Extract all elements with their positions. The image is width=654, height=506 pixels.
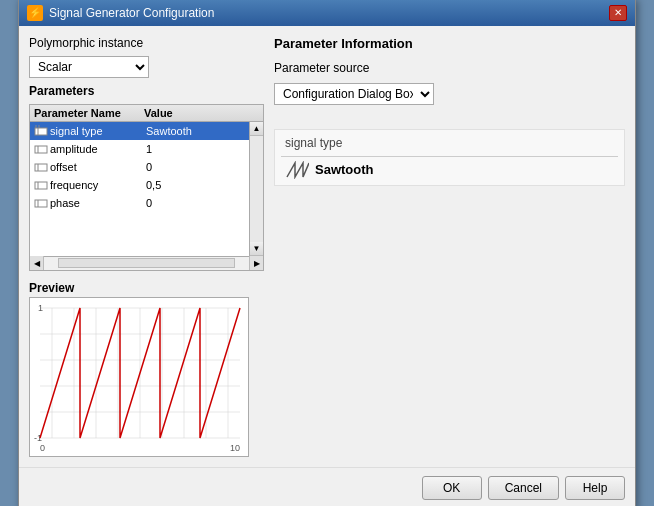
svg-rect-8 — [35, 182, 47, 189]
param-value-offset: 0 — [146, 161, 245, 173]
polymorphic-dropdown-row: Scalar — [29, 56, 264, 78]
table-row[interactable]: phase 0 — [30, 194, 249, 212]
title-controls: ✕ — [609, 5, 627, 21]
param-name-amplitude: amplitude — [50, 143, 146, 155]
main-content: Polymorphic instance Scalar Parameters P… — [19, 26, 635, 467]
row-icon — [34, 160, 48, 174]
scroll-left-btn[interactable]: ◀ — [30, 256, 44, 270]
ok-button[interactable]: OK — [422, 476, 482, 500]
param-source-dropdown[interactable]: Configuration Dialog Box — [274, 83, 434, 105]
scroll-up-btn[interactable]: ▲ — [250, 122, 263, 136]
signal-type-label: signal type — [281, 136, 618, 150]
table-header: Parameter Name Value — [30, 105, 263, 122]
param-name-signal-type: signal type — [50, 125, 146, 137]
scroll-down-btn[interactable]: ▼ — [250, 242, 263, 256]
param-name-phase: phase — [50, 197, 146, 209]
param-source-row: Configuration Dialog Box — [274, 83, 625, 105]
param-value-phase: 0 — [146, 197, 245, 209]
svg-rect-6 — [35, 164, 47, 171]
signal-value-text: Sawtooth — [315, 162, 374, 177]
scroll-track[interactable] — [250, 136, 263, 242]
param-source-label: Parameter source — [274, 61, 625, 75]
svg-text:10: 10 — [230, 443, 240, 453]
left-panel: Polymorphic instance Scalar Parameters P… — [29, 36, 264, 457]
svg-text:0: 0 — [40, 443, 45, 453]
row-icon — [34, 196, 48, 210]
sawtooth-icon — [285, 161, 309, 179]
svg-rect-10 — [35, 200, 47, 207]
cancel-button[interactable]: Cancel — [488, 476, 559, 500]
table-row[interactable]: amplitude 1 — [30, 140, 249, 158]
row-icon — [34, 178, 48, 192]
polymorphic-dropdown[interactable]: Scalar — [29, 56, 149, 78]
table-body: signal type Sawtooth amplitude — [30, 122, 249, 242]
param-value-signal-type: Sawtooth — [146, 125, 245, 137]
window-icon: ⚡ — [27, 5, 43, 21]
horizontal-scrollbar-area: ◀ ▶ — [30, 256, 263, 270]
parameters-table: Parameter Name Value — [29, 104, 264, 271]
title-bar-left: ⚡ Signal Generator Configuration — [27, 5, 214, 21]
title-bar: ⚡ Signal Generator Configuration ✕ — [19, 0, 635, 26]
svg-text:1: 1 — [38, 303, 43, 313]
help-button[interactable]: Help — [565, 476, 625, 500]
vertical-scrollbar[interactable]: ▲ ▼ — [249, 122, 263, 256]
param-info-heading: Parameter Information — [274, 36, 625, 51]
svg-rect-4 — [35, 146, 47, 153]
right-panel: Parameter Information Parameter source C… — [274, 36, 625, 457]
scroll-right-btn[interactable]: ▶ — [249, 256, 263, 270]
param-name-frequency: frequency — [50, 179, 146, 191]
divider — [281, 156, 618, 157]
window-title: Signal Generator Configuration — [49, 6, 214, 20]
main-window: ⚡ Signal Generator Configuration ✕ Polym… — [18, 0, 636, 506]
preview-section: Preview — [29, 281, 264, 457]
row-icon — [34, 124, 48, 138]
param-detail-box: signal type Sawtooth — [274, 129, 625, 186]
table-row[interactable]: frequency 0,5 — [30, 176, 249, 194]
hscroll-track[interactable] — [58, 258, 235, 268]
preview-label: Preview — [29, 281, 264, 295]
param-name-offset: offset — [50, 161, 146, 173]
row-icon — [34, 142, 48, 156]
polymorphic-label: Polymorphic instance — [29, 36, 264, 50]
close-button[interactable]: ✕ — [609, 5, 627, 21]
footer: OK Cancel Help — [19, 467, 635, 507]
table-row[interactable]: offset 0 — [30, 158, 249, 176]
table-row[interactable]: signal type Sawtooth — [30, 122, 249, 140]
col-value: Value — [144, 107, 245, 119]
svg-rect-0 — [35, 128, 47, 135]
param-value-display: Sawtooth — [281, 161, 618, 179]
col-param-name: Parameter Name — [34, 107, 144, 119]
param-value-amplitude: 1 — [146, 143, 245, 155]
param-value-frequency: 0,5 — [146, 179, 245, 191]
parameters-label: Parameters — [29, 84, 264, 98]
preview-chart: 1 -1 0 10 — [29, 297, 249, 457]
